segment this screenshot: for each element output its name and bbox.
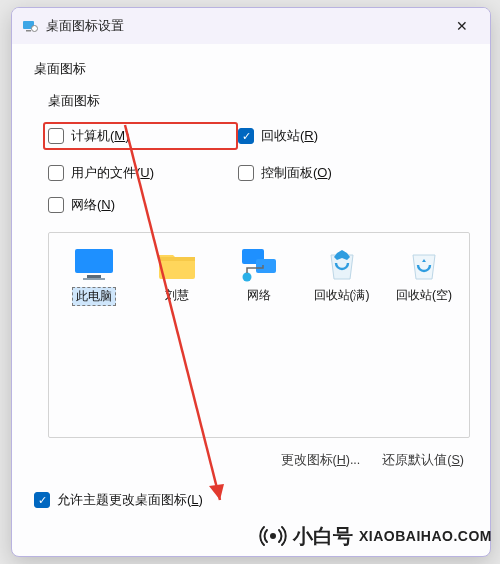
checkbox-grid: 计算机(M) 回收站(R) 用户的文件(U): [48, 122, 470, 214]
checkbox-network[interactable]: 网络(N): [48, 196, 238, 214]
change-icon-button[interactable]: 更改图标(H)...: [281, 452, 361, 469]
icon-row: 此电脑 刘慧: [57, 245, 461, 306]
icon-label: 此电脑: [72, 287, 116, 306]
icon-recyclebin-empty[interactable]: 回收站(空): [387, 245, 461, 306]
svg-rect-5: [83, 278, 105, 280]
checkbox-label: 网络(N): [71, 196, 115, 214]
icon-user-folder[interactable]: 刘慧: [140, 245, 214, 306]
checkbox-icon: [48, 165, 64, 181]
checkbox-icon: [48, 128, 64, 144]
broadcast-icon: [259, 522, 287, 550]
checkbox-icon: [238, 128, 254, 144]
watermark-en: XIAOBAIHAO.COM: [359, 528, 492, 544]
checkbox-label: 允许主题更改桌面图标(L): [57, 491, 203, 509]
checkbox-icon: [34, 492, 50, 508]
checkbox-icon: [48, 197, 64, 213]
window-content: 桌面图标 桌面图标 计算机(M) 回收站(R): [12, 44, 490, 521]
network-icon: [236, 245, 282, 283]
icon-network[interactable]: 网络: [222, 245, 296, 306]
icon-label: 刘慧: [162, 287, 192, 304]
checkbox-allow-theme[interactable]: 允许主题更改桌面图标(L): [34, 491, 470, 509]
icon-label: 网络: [244, 287, 274, 304]
icon-recyclebin-full[interactable]: 回收站(满): [305, 245, 379, 306]
button-row: 更改图标(H)... 还原默认值(S): [48, 452, 470, 469]
window-title: 桌面图标设置: [46, 17, 442, 35]
restore-defaults-button[interactable]: 还原默认值(S): [382, 452, 464, 469]
svg-point-2: [32, 26, 38, 32]
checkbox-icon: [238, 165, 254, 181]
svg-rect-3: [75, 249, 113, 273]
icon-label: 回收站(空): [393, 287, 455, 304]
checkbox-recyclebin[interactable]: 回收站(R): [238, 122, 428, 150]
checkbox-label: 控制面板(O): [261, 164, 332, 182]
svg-rect-1: [26, 30, 31, 32]
svg-rect-7: [256, 259, 276, 273]
close-button[interactable]: ✕: [442, 18, 482, 34]
checkbox-label: 计算机(M): [71, 127, 130, 145]
settings-window: 桌面图标设置 ✕ 桌面图标 桌面图标 计算机(M) 回收站(R): [11, 7, 491, 557]
monitor-icon: [71, 245, 117, 283]
checkbox-label: 回收站(R): [261, 127, 318, 145]
checkbox-controlpanel[interactable]: 控制面板(O): [238, 164, 428, 182]
folder-icon: [154, 245, 200, 283]
svg-point-11: [270, 533, 276, 539]
app-icon: [22, 18, 38, 34]
icon-label: 回收站(满): [311, 287, 373, 304]
recyclebin-full-icon: [319, 245, 365, 283]
titlebar[interactable]: 桌面图标设置 ✕: [12, 8, 490, 44]
section-label: 桌面图标: [34, 60, 470, 78]
checkbox-computer[interactable]: 计算机(M): [43, 122, 238, 150]
icon-this-pc[interactable]: 此电脑: [57, 245, 131, 306]
svg-rect-4: [87, 275, 101, 278]
watermark-logo: 小白号 XIAOBAIHAO.COM: [259, 522, 492, 550]
svg-point-8: [243, 273, 252, 282]
icon-preview-panel: 此电脑 刘慧: [48, 232, 470, 438]
group-label: 桌面图标: [48, 92, 470, 110]
checkbox-userfiles[interactable]: 用户的文件(U): [48, 164, 238, 182]
checkbox-label: 用户的文件(U): [71, 164, 154, 182]
watermark-cn: 小白号: [293, 523, 353, 550]
recyclebin-empty-icon: [401, 245, 447, 283]
